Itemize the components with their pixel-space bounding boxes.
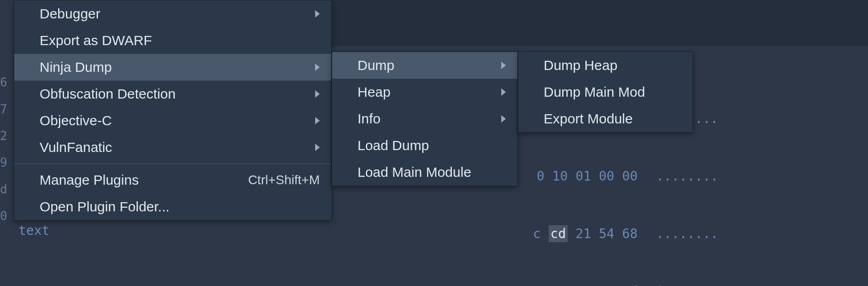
menu-item-info[interactable]: Info [332,105,517,132]
menu-item-load-main-module[interactable]: Load Main Module [332,159,517,186]
ascii-cell: ........ [656,221,868,246]
hex-cell: 21 54 68 [568,226,638,241]
menu-label: Ninja Dump [40,59,112,75]
chevron-right-icon [315,90,320,98]
menu-label: Objective-C [40,113,112,128]
menu-item-load-dump[interactable]: Load Dump [332,132,517,159]
chevron-right-icon [315,10,320,18]
hex-cell: c [533,226,549,241]
menu-label: Dump Heap [544,58,617,73]
menu-label: Obfuscation Detection [40,86,176,102]
ascii-cell: is program [656,279,868,286]
menu-item-export-dwarf[interactable]: Export as DWARF [14,27,331,54]
chevron-right-icon [315,117,320,124]
menu-item-export-module[interactable]: Export Module [518,105,692,132]
menu-item-heap[interactable]: Heap [332,79,517,105]
ascii-cell: ........ [656,163,868,189]
menu-label: Load Main Module [358,164,471,180]
chevron-right-icon [315,144,320,151]
menu-label: Export Module [544,111,633,127]
menu-label: VulnFanatic [40,140,112,155]
chevron-right-icon [315,64,320,71]
chevron-right-icon [501,62,506,69]
menu-item-vulnfanatic[interactable]: VulnFanatic [14,134,331,161]
plugins-menu: Debugger Export as DWARF Ninja Dump Obfu… [14,0,332,221]
menu-item-manage-plugins[interactable]: Manage Plugins Ctrl+Shift+M [14,167,331,193]
chevron-right-icon [501,115,506,123]
menu-item-dump[interactable]: Dump [332,52,517,79]
menu-label: Info [358,111,381,127]
menu-item-debugger[interactable]: Debugger [14,0,331,27]
menu-item-open-plugin-folder[interactable]: Open Plugin Folder... [14,193,331,220]
menu-item-dump-heap[interactable]: Dump Heap [518,52,692,79]
menu-label: Heap [358,84,391,100]
hex-cell: 3 61 6e 6e 6f [203,279,656,286]
section-label: text [18,223,49,238]
keyboard-shortcut: Ctrl+Shift+M [248,173,320,187]
menu-label: Dump [358,58,394,73]
menu-item-obfuscation-detection[interactable]: Obfuscation Detection [14,81,331,107]
chevron-right-icon [501,88,506,96]
menu-item-dump-main-mod[interactable]: Dump Main Mod [518,79,692,105]
ninja-dump-submenu: Dump Heap Info Load Dump Load Main Modul… [332,52,518,186]
menu-label: Open Plugin Folder... [40,199,170,215]
menu-label: Manage Plugins [40,172,139,188]
menu-separator [14,163,331,164]
hex-highlight: cd [549,225,568,242]
menu-item-ninja-dump[interactable]: Ninja Dump [14,54,331,81]
menu-label: Debugger [40,6,100,22]
menu-item-objective-c[interactable]: Objective-C [14,107,331,134]
menu-label: Dump Main Mod [544,84,645,100]
menu-label: Load Dump [358,138,429,153]
menu-label: Export as DWARF [40,33,152,48]
dump-submenu: Dump Heap Dump Main Mod Export Module [518,52,693,133]
